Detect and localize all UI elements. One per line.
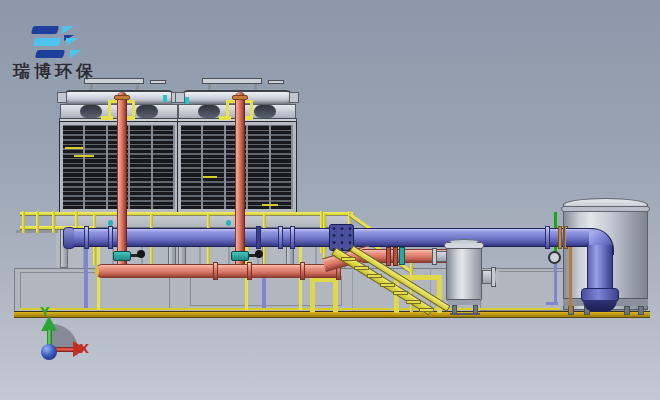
pipe-flange (290, 226, 295, 249)
stair-step (354, 266, 369, 270)
vessel-dome (450, 239, 478, 244)
triad-x-label: X (79, 341, 89, 356)
fan-deck-rail (202, 78, 262, 84)
subdeck-post (97, 246, 100, 310)
subdeck-pipe-purple (84, 246, 88, 308)
pipe-stand (310, 277, 338, 312)
pipe-flange (213, 262, 218, 280)
riser-collar (114, 95, 130, 100)
fan-deck-rail-stub (268, 80, 284, 84)
pipe-flange (247, 262, 252, 280)
filter-vessel[interactable] (446, 245, 482, 301)
valve-handle[interactable] (137, 250, 145, 258)
company-name: 瑞博环保 (13, 60, 97, 83)
logo-wedge (66, 38, 78, 46)
logo-wedge (70, 50, 82, 58)
bolted-flange-red (393, 247, 398, 266)
z-axis-origin-sphere[interactable] (41, 344, 57, 360)
railing-top-rail[interactable] (20, 212, 353, 215)
instrument-gauge (548, 251, 561, 264)
skid-base-strip[interactable] (14, 311, 650, 318)
valve-teal[interactable] (231, 251, 249, 261)
edge-line-yellow (20, 308, 560, 310)
cowl-fin (57, 92, 67, 103)
instrument-line-purple (546, 302, 558, 305)
logo-bar (33, 38, 61, 46)
stair-step (380, 283, 395, 287)
tank-rim (561, 206, 650, 212)
pipe-flange (108, 226, 113, 249)
copper-flange-ring (558, 226, 562, 249)
pipe-flange (300, 262, 305, 280)
pipe-flange (256, 226, 261, 249)
louver-mark (262, 204, 278, 206)
vessel-inlet-flange (432, 248, 437, 265)
fan-deck-rail-stub (150, 80, 166, 84)
tank-leg (624, 306, 630, 315)
sensor-tick-teal (185, 97, 189, 104)
fan-inlet-arc (136, 105, 158, 118)
valve-teal[interactable] (113, 251, 131, 261)
basin-seam (352, 268, 353, 311)
cowl-fin (175, 92, 185, 103)
fan-inlet-arc (198, 105, 220, 118)
pipe-flange (545, 226, 550, 249)
y-axis-arrowhead[interactable] (41, 316, 57, 331)
valve-handle[interactable] (255, 250, 263, 258)
hot-header-endcap (95, 266, 99, 276)
flange-ring-teal (399, 247, 405, 265)
cowl-fin (289, 92, 299, 103)
stair-step (406, 300, 421, 304)
blue-header-pipe[interactable] (74, 228, 563, 247)
hot-riser-pipe-right[interactable] (235, 92, 245, 266)
logo-bar (35, 50, 65, 58)
fan-inlet-arc (80, 105, 102, 118)
railing-post (52, 211, 55, 233)
fan-inlet-arc (254, 105, 276, 118)
louver-mark (74, 155, 94, 157)
deck-sensor-teal (226, 220, 231, 226)
stair-step (419, 308, 434, 312)
pipe-flange (84, 226, 89, 249)
louver-mark (203, 176, 217, 178)
vessel-side-cap (495, 269, 499, 285)
stair-step (341, 257, 356, 261)
company-logo (30, 26, 90, 62)
bracket-foot (219, 116, 231, 120)
logo-bar (31, 26, 59, 34)
blue-downcomer-pipe[interactable] (587, 245, 613, 292)
bracket-foot (101, 116, 113, 120)
railing-post (36, 211, 39, 233)
stair-step (367, 274, 382, 278)
bolted-flange-red (386, 247, 391, 266)
vessel-base-line (450, 313, 480, 315)
riser-collar (232, 95, 248, 100)
tank-leg (638, 306, 644, 315)
sensor-tick-teal (163, 95, 167, 102)
louver-mark (65, 147, 83, 149)
hot-riser-pipe-left[interactable] (117, 92, 127, 266)
railing-post (22, 211, 25, 233)
logo-wedge (62, 26, 74, 34)
stair-step (393, 291, 408, 295)
pipe-flange (278, 226, 283, 249)
instrument-line-purple (554, 264, 557, 304)
cad-viewport[interactable]: Y X 瑞博环保 (0, 0, 660, 400)
